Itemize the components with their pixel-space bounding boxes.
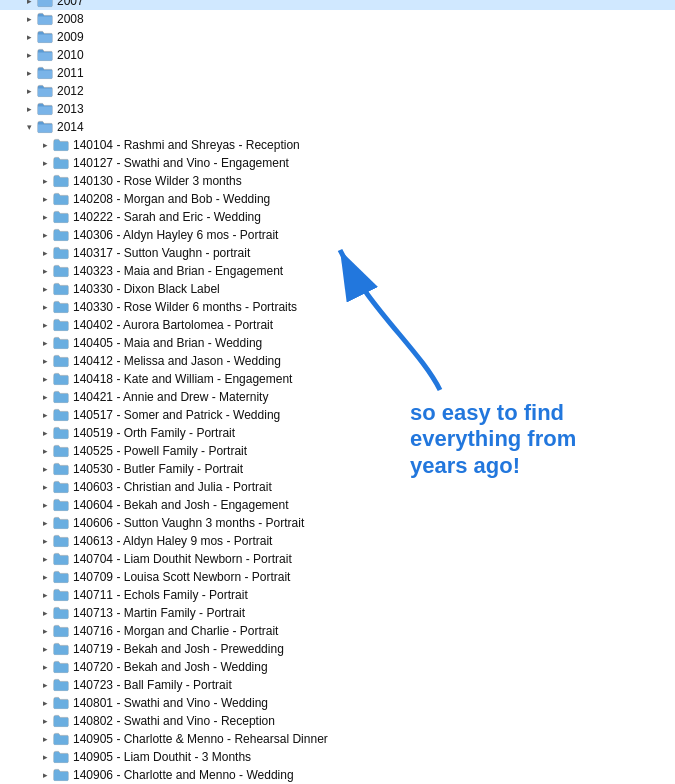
toggle-140530[interactable] bbox=[38, 460, 52, 478]
tree-item-140306[interactable]: 140306 - Aldyn Hayley 6 mos - Portrait bbox=[0, 226, 675, 244]
tree-item-140905a[interactable]: 140905 - Charlotte & Menno - Rehearsal D… bbox=[0, 730, 675, 748]
toggle-140906[interactable] bbox=[38, 766, 52, 784]
folder-icon-2009 bbox=[36, 28, 54, 46]
toggle-2014[interactable] bbox=[22, 118, 36, 136]
tree-item-2009[interactable]: 2009 bbox=[0, 28, 675, 46]
tree-item-140704[interactable]: 140704 - Liam Douthit Newborn - Portrait bbox=[0, 550, 675, 568]
toggle-140130[interactable] bbox=[38, 172, 52, 190]
toggle-140604[interactable] bbox=[38, 496, 52, 514]
toggle-2007[interactable] bbox=[22, 0, 36, 10]
toggle-140208[interactable] bbox=[38, 190, 52, 208]
tree-item-140330b[interactable]: 140330 - Rose Wilder 6 months - Portrait… bbox=[0, 298, 675, 316]
tree-item-140517[interactable]: 140517 - Somer and Patrick - Wedding bbox=[0, 406, 675, 424]
tree-item-140801[interactable]: 140801 - Swathi and Vino - Wedding bbox=[0, 694, 675, 712]
item-label-140405: 140405 - Maia and Brian - Wedding bbox=[73, 334, 262, 352]
toggle-2011[interactable] bbox=[22, 64, 36, 82]
toggle-140517[interactable] bbox=[38, 406, 52, 424]
toggle-140704[interactable] bbox=[38, 550, 52, 568]
toggle-140709[interactable] bbox=[38, 568, 52, 586]
tree-item-2011[interactable]: 2011 bbox=[0, 64, 675, 82]
toggle-2010[interactable] bbox=[22, 46, 36, 64]
toggle-140606[interactable] bbox=[38, 514, 52, 532]
toggle-2012[interactable] bbox=[22, 82, 36, 100]
toggle-140418[interactable] bbox=[38, 370, 52, 388]
toggle-140713[interactable] bbox=[38, 604, 52, 622]
toggle-140719[interactable] bbox=[38, 640, 52, 658]
tree-item-140606[interactable]: 140606 - Sutton Vaughn 3 months - Portra… bbox=[0, 514, 675, 532]
item-label-140720: 140720 - Bekah and Josh - Wedding bbox=[73, 658, 268, 676]
toggle-140613[interactable] bbox=[38, 532, 52, 550]
folder-icon-140604 bbox=[52, 496, 70, 514]
tree-item-140720[interactable]: 140720 - Bekah and Josh - Wedding bbox=[0, 658, 675, 676]
tree-item-140402[interactable]: 140402 - Aurora Bartolomea - Portrait bbox=[0, 316, 675, 334]
file-tree[interactable]: JPEG 2003 2004 2005 2006 2007 2008 2009 … bbox=[0, 0, 675, 784]
item-label-2011: 2011 bbox=[57, 64, 84, 82]
toggle-140603[interactable] bbox=[38, 478, 52, 496]
toggle-140711[interactable] bbox=[38, 586, 52, 604]
tree-item-140802[interactable]: 140802 - Swathi and Vino - Reception bbox=[0, 712, 675, 730]
toggle-140525[interactable] bbox=[38, 442, 52, 460]
toggle-140405[interactable] bbox=[38, 334, 52, 352]
tree-item-140716[interactable]: 140716 - Morgan and Charlie - Portrait bbox=[0, 622, 675, 640]
tree-item-140719[interactable]: 140719 - Bekah and Josh - Prewedding bbox=[0, 640, 675, 658]
tree-item-2010[interactable]: 2010 bbox=[0, 46, 675, 64]
tree-item-140906[interactable]: 140906 - Charlotte and Menno - Wedding bbox=[0, 766, 675, 784]
folder-icon-140720 bbox=[52, 658, 70, 676]
tree-item-140709[interactable]: 140709 - Louisa Scott Newborn - Portrait bbox=[0, 568, 675, 586]
toggle-140716[interactable] bbox=[38, 622, 52, 640]
tree-item-140208[interactable]: 140208 - Morgan and Bob - Wedding bbox=[0, 190, 675, 208]
toggle-140519[interactable] bbox=[38, 424, 52, 442]
tree-item-140412[interactable]: 140412 - Melissa and Jason - Wedding bbox=[0, 352, 675, 370]
tree-item-140713[interactable]: 140713 - Martin Family - Portrait bbox=[0, 604, 675, 622]
toggle-140317[interactable] bbox=[38, 244, 52, 262]
tree-item-140530[interactable]: 140530 - Butler Family - Portrait bbox=[0, 460, 675, 478]
tree-item-2008[interactable]: 2008 bbox=[0, 10, 675, 28]
toggle-140127[interactable] bbox=[38, 154, 52, 172]
tree-item-140104[interactable]: 140104 - Rashmi and Shreyas - Reception bbox=[0, 136, 675, 154]
tree-item-140127[interactable]: 140127 - Swathi and Vino - Engagement bbox=[0, 154, 675, 172]
tree-item-140603[interactable]: 140603 - Christian and Julia - Portrait bbox=[0, 478, 675, 496]
toggle-2008[interactable] bbox=[22, 10, 36, 28]
item-label-140906: 140906 - Charlotte and Menno - Wedding bbox=[73, 766, 294, 784]
toggle-140412[interactable] bbox=[38, 352, 52, 370]
toggle-140802[interactable] bbox=[38, 712, 52, 730]
toggle-2009[interactable] bbox=[22, 28, 36, 46]
tree-item-140723[interactable]: 140723 - Ball Family - Portrait bbox=[0, 676, 675, 694]
toggle-140222[interactable] bbox=[38, 208, 52, 226]
tree-item-140421[interactable]: 140421 - Annie and Drew - Maternity bbox=[0, 388, 675, 406]
tree-item-2012[interactable]: 2012 bbox=[0, 82, 675, 100]
toggle-140905a[interactable] bbox=[38, 730, 52, 748]
tree-item-140405[interactable]: 140405 - Maia and Brian - Wedding bbox=[0, 334, 675, 352]
tree-item-140317[interactable]: 140317 - Sutton Vaughn - portrait bbox=[0, 244, 675, 262]
tree-item-2014[interactable]: 2014 bbox=[0, 118, 675, 136]
tree-item-140711[interactable]: 140711 - Echols Family - Portrait bbox=[0, 586, 675, 604]
tree-item-2013[interactable]: 2013 bbox=[0, 100, 675, 118]
tree-item-140330[interactable]: 140330 - Dixon Black Label bbox=[0, 280, 675, 298]
toggle-140402[interactable] bbox=[38, 316, 52, 334]
tree-item-140613[interactable]: 140613 - Aldyn Haley 9 mos - Portrait bbox=[0, 532, 675, 550]
toggle-140323[interactable] bbox=[38, 262, 52, 280]
tree-item-140323[interactable]: 140323 - Maia and Brian - Engagement bbox=[0, 262, 675, 280]
toggle-140330b[interactable] bbox=[38, 298, 52, 316]
tree-item-140130[interactable]: 140130 - Rose Wilder 3 months bbox=[0, 172, 675, 190]
toggle-140801[interactable] bbox=[38, 694, 52, 712]
folder-icon-140801 bbox=[52, 694, 70, 712]
folder-icon-140208 bbox=[52, 190, 70, 208]
toggle-140905b[interactable] bbox=[38, 748, 52, 766]
tree-item-140604[interactable]: 140604 - Bekah and Josh - Engagement bbox=[0, 496, 675, 514]
toggle-140306[interactable] bbox=[38, 226, 52, 244]
item-label-140711: 140711 - Echols Family - Portrait bbox=[73, 586, 248, 604]
tree-item-140905b[interactable]: 140905 - Liam Douthit - 3 Months bbox=[0, 748, 675, 766]
toggle-140330[interactable] bbox=[38, 280, 52, 298]
toggle-140720[interactable] bbox=[38, 658, 52, 676]
tree-item-140418[interactable]: 140418 - Kate and William - Engagement bbox=[0, 370, 675, 388]
tree-item-2007[interactable]: 2007 bbox=[0, 0, 675, 10]
toggle-140723[interactable] bbox=[38, 676, 52, 694]
folder-icon-140517 bbox=[52, 406, 70, 424]
tree-item-140519[interactable]: 140519 - Orth Family - Portrait bbox=[0, 424, 675, 442]
tree-item-140525[interactable]: 140525 - Powell Family - Portrait bbox=[0, 442, 675, 460]
toggle-140421[interactable] bbox=[38, 388, 52, 406]
toggle-2013[interactable] bbox=[22, 100, 36, 118]
toggle-140104[interactable] bbox=[38, 136, 52, 154]
tree-item-140222[interactable]: 140222 - Sarah and Eric - Wedding bbox=[0, 208, 675, 226]
